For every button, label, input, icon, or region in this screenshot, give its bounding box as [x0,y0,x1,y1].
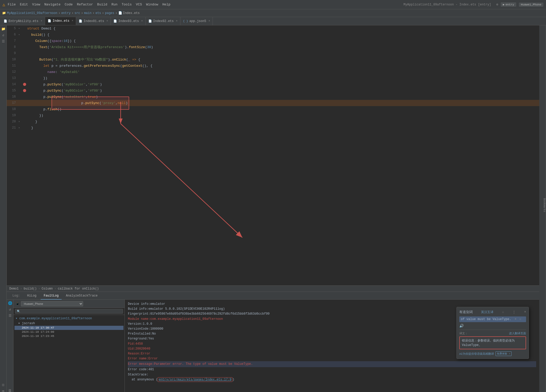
menu-code[interactable]: Code [65,3,73,6]
popup-lang[interactable]: 英汉互译 [481,310,493,314]
app-title: MyApplication11_09afternoon - Index.ets … [403,3,491,6]
tree-jscrash[interactable]: ▾ jscrash [14,321,123,326]
bc-callback: callback for onClick() [58,287,99,291]
menu-bar: File Edit View Navigate Code Refactor Bu… [8,3,171,6]
database-icon[interactable]: 🗄 [2,390,5,392]
popup-ai-text: AI为你提供母语级高精翻译 [459,352,494,356]
menu-run[interactable]: Run [111,3,117,6]
translation-popup: 有道划词 英汉互译 ☆ ⋮ × of value must be ValueTy… [456,307,529,359]
left-panel: 📁 ↺ ☰ ◫ 🗄 ? [0,25,7,392]
log-line-stacktrace: Stacktrace: [128,372,536,377]
tree-crash-2[interactable]: 2024-11-10 17:24:00 [14,330,123,334]
tab-hilog[interactable]: HiLog [24,292,40,300]
popup-source-close[interactable]: × [515,317,516,321]
menu-tools[interactable]: Tools [122,3,132,6]
code-line-14: 14 p.putSync('myBGColor','#f00') [7,81,539,87]
popup-title: 有道划词 [459,310,473,314]
log-line-device: Device info:emulator [128,302,536,307]
run-config-badge[interactable]: ▶ entry [501,2,516,7]
code-line-7: 7 Column({space:16}) { [7,38,539,44]
menu-file[interactable]: File [8,3,16,6]
device-select[interactable]: Huawei_Phone [21,301,83,306]
log-icons-panel: 🌐 ↺ ☰ 🗄 ? [7,300,13,392]
phone-icon: 📱 [16,302,19,306]
popup-header: 有道划词 英汉互译 ☆ ⋮ × [459,310,526,314]
log-crash-tree: ▾ com.example.myapplication11_09afternoo… [13,315,125,392]
popup-free-button[interactable]: 免费体验 › [496,351,512,356]
tab-index[interactable]: 📄 Index.ets × [45,17,76,25]
tab-entryability[interactable]: 📄 EntryAbility.ets × [1,17,45,25]
tree-crash-3[interactable]: 2024-11-10 17:23:45 [14,334,123,338]
bc-main[interactable]: main [84,11,92,15]
popup-source-text: of value must be ValueType. × ○ [459,316,526,322]
project-breadcrumb: 📁 MyApplication11_09afternoon › entry › … [0,9,546,17]
menu-build[interactable]: Build [97,3,107,6]
tab-index01[interactable]: 📄 Index01.ets × [76,17,111,25]
breakpoint-15[interactable] [23,89,26,92]
tab-index03[interactable]: 📄 Index03.ets × [111,17,145,25]
device-badge[interactable]: Huawei_Phone [519,3,543,7]
tab-index02[interactable]: 📄 Index02.ets × [146,17,180,25]
code-line-13: 13 }) [7,75,539,81]
popup-source-add[interactable]: ○ [519,317,521,321]
menu-window[interactable]: Window [146,3,158,6]
code-line-17: 17 p.putSync('proxy',null) [7,100,539,106]
popup-ai-bar: AI为你提供母语级高精翻译 免费体验 › [459,351,526,356]
tree-crash-1[interactable]: 2024-11-10 17:30:47 [14,326,123,330]
menu-edit[interactable]: Edit [20,3,28,6]
tab-log-log[interactable]: Log: [9,292,23,300]
popup-more-icon[interactable]: ⋮ [512,310,516,314]
log-search-input[interactable] [15,309,123,314]
code-line-21: 21 ▾ } [7,125,539,131]
bc-src[interactable]: src [75,11,80,15]
code-line-6: 6 ▾ build() { [7,32,539,38]
menu-navigate[interactable]: Navigate [44,3,60,6]
app-icon: △ [3,2,5,7]
popup-audio-icon[interactable]: 🔊 [459,324,526,328]
stack-link[interactable]: entry/src/main/ets/pages/Index.ets:17:9 [158,377,232,382]
popup-close-button[interactable]: × [524,310,526,314]
bc-demo1: Demo1 [9,287,19,291]
db-icon[interactable]: 🗄 [8,389,12,392]
structure-icon[interactable]: ◫ [2,383,4,387]
svg-line-3 [121,124,242,238]
log-tree-panel: 📱 Huawei_Phone ▾ com.example.myapplicati… [13,300,125,392]
code-line-8: 8 Text('ArkData Kit=====用户首选项preferences… [7,44,539,50]
globe-icon[interactable]: 🌐 [8,301,12,305]
tree-app[interactable]: ▾ com.example.myapplication11_09afternoo… [14,316,123,321]
bc-build: build() [24,287,37,291]
bc-file[interactable]: 📄 Index.ets [118,11,140,15]
tab-faultlog[interactable]: FaultLog [41,292,62,300]
code-line-20: 20 ▾ } [7,119,539,125]
refresh-icon[interactable]: ↺ [2,33,4,37]
project-panel-icon[interactable]: 📁 [1,27,5,31]
popup-enter-link[interactable]: 进入翻译页面 [509,331,526,335]
popup-translation-label: 译文： 进入翻译页面 [459,331,526,335]
bc-column: Column [42,287,53,291]
filter-log-icon[interactable]: ☰ [9,314,12,318]
menu-help[interactable]: Help [162,3,170,6]
popup-star-icon[interactable]: ☆ [502,310,504,314]
menu-vcs[interactable]: VCS [136,3,142,6]
menu-view[interactable]: View [32,3,40,6]
bookmarks-label[interactable]: Bookmarks [543,198,546,212]
settings-icon[interactable]: ⚙ [496,3,498,6]
menu-refactor[interactable]: Refactor [77,3,93,6]
tab-analyze[interactable]: AnalyzeStackTrace [63,292,100,300]
breakpoint-14[interactable] [23,83,26,86]
bottom-tab-bar: Log: HiLog FaultLog AnalyzeStackTrace [7,292,539,300]
log-toolbar: 📱 Huawei_Phone [13,300,125,308]
bc-entry[interactable]: entry [61,11,71,15]
bc-pages[interactable]: pages [105,11,114,15]
bc-app[interactable]: MyApplication11_09afternoon [7,11,57,15]
filter-icon[interactable]: ☰ [2,39,5,43]
log-line-at: at anonymous (entry/src/main/ets/pages/I… [128,377,536,382]
editor-tabs: 📄 EntryAbility.ets × 📄 Index.ets × 📄 Ind… [0,17,546,25]
code-editor[interactable]: 5 ▾ struct Demo1 { 6 ▾ build() { 7 [7,25,539,285]
tab-appjson5[interactable]: { } app.json5 × [180,17,213,25]
bc-ets[interactable]: ets [96,11,101,15]
code-line-11: 11 let p = preferences.getPreferencesSyn… [7,63,539,69]
popup-translation-box: 错误信息：参数错误。值的类型必须为ValueType。 [459,336,526,349]
loop-icon[interactable]: ↺ [9,307,11,312]
right-sidebar: Bookmarks [539,25,546,392]
